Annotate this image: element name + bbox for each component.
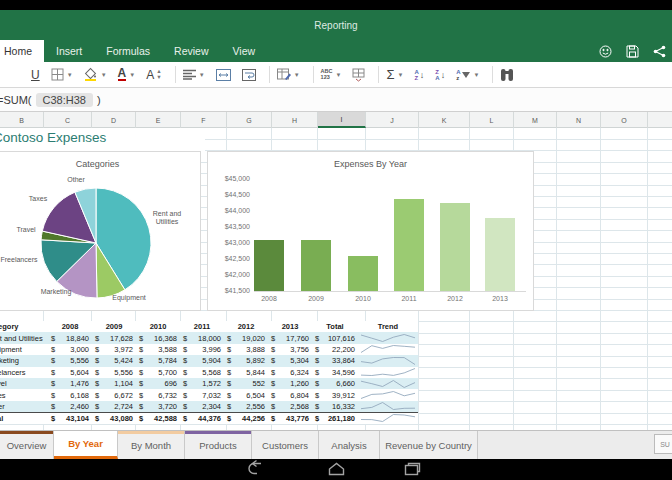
ribbon-tab-formulas[interactable]: Formulas [94, 40, 162, 62]
trend-cell[interactable] [358, 401, 418, 411]
table-cell[interactable]: $1,476 [48, 379, 92, 388]
column-header-g[interactable]: G [227, 112, 272, 128]
table-cell[interactable]: $261,180 [312, 414, 358, 423]
row-category[interactable]: Equipment [0, 345, 48, 354]
font-color-icon[interactable]: A▼ [118, 64, 136, 86]
wrap-text-icon[interactable] [242, 64, 256, 86]
table-cell[interactable]: $3,756 [268, 345, 312, 354]
table-cell[interactable]: $2,460 [48, 402, 92, 411]
table-cell[interactable]: $2,556 [224, 402, 268, 411]
table-cell[interactable]: $5,556 [92, 368, 136, 377]
table-cell[interactable]: $1,260 [268, 379, 312, 388]
table-cell[interactable]: $16,368 [136, 334, 180, 343]
sheet-tab-analysis[interactable]: Analysis [319, 431, 380, 459]
table-cell[interactable]: $33,864 [312, 356, 358, 365]
column-header-n[interactable]: N [557, 112, 601, 128]
trend-cell[interactable] [358, 413, 418, 423]
table-cell[interactable]: $19,020 [224, 334, 268, 343]
recents-icon[interactable] [404, 462, 421, 480]
column-header-b[interactable]: B [0, 112, 44, 128]
table-cell[interactable]: $5,568 [180, 368, 224, 377]
table-cell[interactable]: $2,304 [180, 402, 224, 411]
table-cell[interactable]: $6,504 [224, 391, 268, 400]
merge-cells-icon[interactable] [216, 64, 231, 86]
table-cell[interactable]: $6,804 [268, 391, 312, 400]
table-cell[interactable]: $42,588 [136, 414, 180, 423]
table-cell[interactable]: $5,784 [136, 356, 180, 365]
table-cell[interactable]: $5,304 [268, 356, 312, 365]
row-category[interactable]: Total [0, 414, 48, 423]
table-cell[interactable]: $17,628 [92, 334, 136, 343]
sheet-tab-customers[interactable]: Customers [252, 431, 319, 459]
row-category[interactable]: Taxes [0, 391, 48, 400]
column-header-c[interactable]: C [44, 112, 92, 128]
table-cell[interactable]: $5,700 [136, 368, 180, 377]
table-cell[interactable]: $18,840 [48, 334, 92, 343]
trend-cell[interactable] [358, 390, 418, 400]
find-icon[interactable] [500, 64, 514, 86]
sheet-tab-products[interactable]: Products [185, 431, 252, 459]
table-cell[interactable]: $3,888 [224, 345, 268, 354]
sheet-title-cell[interactable]: Contoso Expenses [0, 128, 205, 151]
align-icon[interactable]: ▼ [183, 64, 205, 86]
number-format-icon[interactable]: ABC123▼ [321, 64, 342, 86]
trend-cell[interactable] [358, 344, 418, 354]
table-cell[interactable]: $6,324 [268, 368, 312, 377]
filter-icon[interactable]: Az▼ [456, 64, 479, 86]
column-header-o[interactable]: O [601, 112, 648, 128]
sort-descending-icon[interactable]: ZA↓ [435, 64, 445, 86]
borders-icon[interactable]: ▼ [51, 64, 73, 86]
table-cell[interactable]: $7,032 [180, 391, 224, 400]
column-header-j[interactable]: J [366, 112, 419, 128]
insert-delete-cells-icon[interactable] [352, 64, 365, 86]
formula-bar[interactable]: =SUM( C38:H38 ) [0, 88, 672, 112]
share-icon[interactable] [653, 45, 666, 58]
table-cell[interactable]: $17,760 [268, 334, 312, 343]
bar-chart-object[interactable]: Expenses By Year $45,000$44,500$44,000$4… [207, 151, 534, 311]
table-cell[interactable]: $3,972 [92, 345, 136, 354]
save-icon[interactable] [626, 45, 639, 58]
table-cell[interactable]: $39,912 [312, 391, 358, 400]
table-cell[interactable]: $43,776 [268, 414, 312, 423]
table-cell[interactable]: $3,588 [136, 345, 180, 354]
table-cell[interactable]: $5,844 [224, 368, 268, 377]
ribbon-tab-home[interactable]: Home [0, 40, 44, 62]
trend-cell[interactable] [358, 379, 418, 389]
column-header-e[interactable]: E [136, 112, 181, 128]
tab-overflow-button[interactable]: SU [654, 434, 672, 454]
column-header-f[interactable]: F [181, 112, 227, 128]
expenses-table[interactable]: Category200820092010201120122013TotalTre… [0, 321, 418, 424]
column-header-l[interactable]: L [470, 112, 514, 128]
table-cell[interactable]: $5,904 [180, 356, 224, 365]
table-cell[interactable]: $2,724 [92, 402, 136, 411]
row-category[interactable]: Marketing [0, 356, 48, 365]
table-cell[interactable]: $16,332 [312, 402, 358, 411]
table-cell[interactable]: $43,080 [92, 414, 136, 423]
sheet-tab-by-year[interactable]: By Year [54, 431, 118, 459]
sheet-tab-by-month[interactable]: By Month [118, 431, 185, 459]
table-cell[interactable]: $22,200 [312, 345, 358, 354]
row-category[interactable]: Other [0, 402, 48, 411]
column-header-m[interactable]: M [514, 112, 557, 128]
row-category[interactable]: Rent and Utilities [0, 334, 48, 343]
table-cell[interactable]: $44,376 [180, 414, 224, 423]
table-cell[interactable]: $5,892 [224, 356, 268, 365]
spreadsheet-grid[interactable]: Contoso Expenses Categories Rent and Uti… [0, 128, 672, 430]
table-cell[interactable]: $3,720 [136, 402, 180, 411]
table-cell[interactable]: $1,104 [92, 379, 136, 388]
table-cell[interactable]: $2,568 [268, 402, 312, 411]
trend-cell[interactable] [358, 356, 418, 366]
table-cell[interactable]: $6,168 [48, 391, 92, 400]
row-category[interactable]: Freelancers [0, 368, 48, 377]
ribbon-tab-insert[interactable]: Insert [44, 40, 94, 62]
table-cell[interactable]: $5,424 [92, 356, 136, 365]
table-cell[interactable]: $18,000 [180, 334, 224, 343]
sheet-tab-overview[interactable]: Overview [0, 431, 54, 459]
column-header-k[interactable]: K [419, 112, 470, 128]
back-icon[interactable] [247, 462, 265, 480]
font-size-icon[interactable]: A▲▼ [146, 64, 161, 86]
column-header-i[interactable]: I [318, 112, 366, 128]
trend-cell[interactable] [358, 367, 418, 377]
table-cell[interactable]: $6,672 [92, 391, 136, 400]
pie-chart-object[interactable]: Categories Rent and UtilitiesEquipmentMa… [0, 151, 201, 311]
